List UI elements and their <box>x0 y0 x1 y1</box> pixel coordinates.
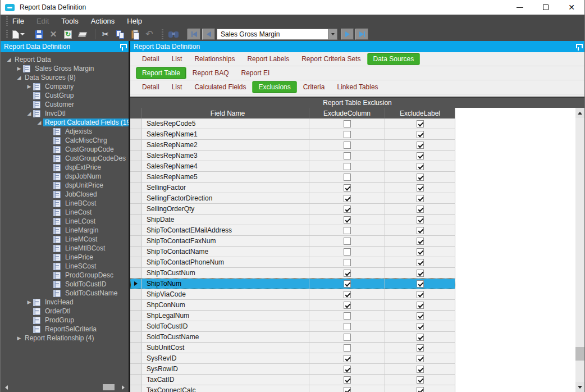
field-name-cell[interactable]: ShipToContactName <box>142 247 309 257</box>
field-name-cell[interactable]: ShipToContactPhoneNum <box>142 257 309 267</box>
field-name-cell[interactable]: SalesRepName1 <box>142 129 309 139</box>
pin-icon[interactable] <box>575 43 581 51</box>
tab-relationships[interactable]: Relationships <box>188 53 241 65</box>
column-header-field-name[interactable]: Field Name <box>142 108 309 118</box>
tab-detail[interactable]: Detail <box>136 53 166 65</box>
field-name-cell[interactable]: SalesRepName4 <box>142 161 309 171</box>
refresh-button[interactable]: ↻ <box>62 29 74 40</box>
exclude-label-checkbox[interactable] <box>417 248 424 256</box>
field-name-cell[interactable]: ShipToNum <box>142 279 309 289</box>
grid-row-shpconnum[interactable]: ShpConNum <box>130 300 455 311</box>
exclude-label-checkbox[interactable] <box>417 238 424 245</box>
row-selector-cell[interactable] <box>130 140 142 150</box>
tree-item-lineprice[interactable]: LinePrice <box>1 253 129 262</box>
search-button[interactable] <box>167 29 180 40</box>
field-name-cell[interactable]: ShipToContactFaxNum <box>142 236 309 246</box>
maximize-button[interactable] <box>533 0 559 15</box>
row-selector-cell[interactable] <box>130 161 142 171</box>
tab-report-baq[interactable]: Report BAQ <box>186 67 235 79</box>
row-selector-cell[interactable] <box>130 183 142 193</box>
tree-item-soldtocustid[interactable]: SoldToCustID <box>1 280 129 289</box>
row-selector-cell[interactable] <box>130 215 142 225</box>
grid-row-sellingorderqty[interactable]: SellingOrderQty <box>130 204 455 215</box>
expand-icon[interactable]: ▶ <box>25 298 33 307</box>
tab-linked-tables[interactable]: Linked Tables <box>331 81 384 93</box>
collapse-icon[interactable]: ◢ <box>35 118 43 127</box>
collapse-icon[interactable]: ◢ <box>5 55 13 64</box>
exclude-label-checkbox[interactable] <box>417 312 424 320</box>
exclude-column-checkbox[interactable] <box>344 323 351 330</box>
exclude-label-checkbox[interactable] <box>417 174 424 181</box>
exclude-column-checkbox[interactable] <box>344 184 351 192</box>
scrollbar-thumb[interactable] <box>575 347 584 361</box>
cut-button[interactable]: ✂ <box>99 29 112 40</box>
tab-report-ei[interactable]: Report EI <box>235 67 276 79</box>
tree-item-prodgrup[interactable]: ProdGrup <box>1 316 129 325</box>
tree-item-linelcost[interactable]: LineLCost <box>1 217 129 226</box>
paste-button[interactable] <box>129 29 141 40</box>
exclude-column-checkbox[interactable] <box>344 334 351 341</box>
save-button[interactable] <box>33 29 45 40</box>
grid-row-taxcatid[interactable]: TaxCatID <box>130 375 455 385</box>
tree-item-invcdtl[interactable]: ◢InvcDtl <box>1 109 129 118</box>
exclude-label-checkbox[interactable] <box>417 334 424 341</box>
tree-item-calcmiscchrg[interactable]: CalcMiscChrg <box>1 136 129 145</box>
exclude-label-checkbox[interactable] <box>417 152 424 159</box>
row-selector-cell[interactable] <box>130 204 142 214</box>
grid-row-soldtocustid[interactable]: SoldToCustID <box>130 321 455 332</box>
tree-item-soldtocustname[interactable]: SoldToCustName <box>1 289 129 298</box>
tree-item-sales-gross-margin[interactable]: ▶Sales Gross Margin <box>1 64 129 73</box>
tree-item-data-sources-8[interactable]: ◢Data Sources (8) <box>1 73 129 82</box>
row-selector-cell[interactable] <box>130 193 142 203</box>
exclude-column-checkbox[interactable] <box>344 280 351 288</box>
row-selector-cell[interactable] <box>130 257 142 267</box>
exclude-column-checkbox[interactable] <box>344 142 351 149</box>
new-document-button[interactable] <box>12 29 25 40</box>
tree-item-custgroupcode[interactable]: CustGroupCode <box>1 145 129 154</box>
exclude-label-checkbox[interactable] <box>417 131 424 138</box>
clear-button[interactable] <box>76 29 89 40</box>
tree-item-linemargin[interactable]: LineMargin <box>1 226 129 235</box>
exclude-label-checkbox[interactable] <box>417 291 424 298</box>
grid-row-shiptocustnum[interactable]: ShipToCustNum <box>130 268 455 279</box>
exclude-column-checkbox[interactable] <box>344 259 351 266</box>
tree-horizontal-scrollbar[interactable] <box>1 382 129 392</box>
exclude-label-checkbox[interactable] <box>417 366 424 373</box>
exclude-label-checkbox[interactable] <box>417 355 424 362</box>
pin-icon[interactable] <box>120 43 125 51</box>
tree-item-customer[interactable]: Customer <box>1 100 129 109</box>
minimize-button[interactable] <box>507 0 533 15</box>
grid-row-salesrepname1[interactable]: SalesRepName1 <box>130 129 455 140</box>
exclude-column-checkbox[interactable] <box>344 206 351 213</box>
tree-item-linemtlbcost[interactable]: LineMtlBCost <box>1 244 129 253</box>
copy-button[interactable] <box>114 29 126 40</box>
row-selector-cell[interactable] <box>130 118 142 129</box>
tree-item-invchead[interactable]: ▶InvcHead <box>1 298 129 307</box>
grid-row-salesrepcode5[interactable]: SalesRepCode5 <box>130 118 455 129</box>
row-selector-cell[interactable] <box>130 311 142 321</box>
tree-item-report-calculated-fields-19[interactable]: ◢Report Calculated Fields (19) <box>1 118 129 127</box>
menu-actions[interactable]: Actions <box>91 17 115 25</box>
exclude-column-checkbox[interactable] <box>344 376 351 384</box>
row-selector-cell[interactable] <box>130 353 142 363</box>
field-name-cell[interactable]: SalesRepName3 <box>142 151 309 161</box>
scroll-left-icon[interactable] <box>5 385 8 390</box>
exclude-column-checkbox[interactable] <box>344 387 351 392</box>
row-selector-cell[interactable] <box>130 300 142 310</box>
tab-data-sources[interactable]: Data Sources <box>367 53 421 65</box>
exclude-label-checkbox[interactable] <box>417 206 424 213</box>
grid-row-salesrepname5[interactable]: SalesRepName5 <box>130 172 455 183</box>
grid-row-shiptocontactname[interactable]: ShipToContactName <box>130 247 455 257</box>
tree-item-dspjobnum[interactable]: dspJobNum <box>1 172 129 181</box>
exclude-column-checkbox[interactable] <box>344 195 351 202</box>
row-selector-cell[interactable] <box>130 289 142 299</box>
tree-item-jobclosed[interactable]: JobClosed <box>1 190 129 199</box>
tree-item-report-data[interactable]: ◢Report Data <box>1 55 129 64</box>
exclude-label-checkbox[interactable] <box>417 376 424 384</box>
grid-row-sysrowid[interactable]: SysRowID <box>130 364 455 375</box>
tree-item-company[interactable]: ▶Company <box>1 82 129 91</box>
exclude-label-checkbox[interactable] <box>417 227 424 234</box>
grid-row-shiptonum[interactable]: ShipToNum <box>130 279 455 289</box>
expand-icon[interactable]: ▶ <box>15 334 23 343</box>
exclude-label-checkbox[interactable] <box>417 163 424 170</box>
